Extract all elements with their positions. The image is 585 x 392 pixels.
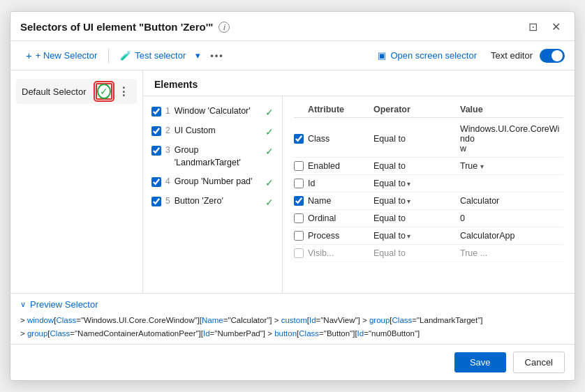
process-operator-dropdown[interactable]: ▾ [407,232,410,240]
preview-label: Preview Selector [30,299,98,310]
attr-process-checkbox[interactable] [294,231,304,241]
preview-line-1: > window[Class="Windows.UI.Core.CoreWind… [20,314,565,326]
list-item[interactable]: 4 Group 'Number pad' ✓ [143,172,282,192]
list-item[interactable]: 5 Button 'Zero' ✓ [143,192,282,211]
element-3-checkbox[interactable] [151,146,161,156]
attr-enabled-checkbox[interactable] [294,161,304,171]
default-selector-label: Default Selector [22,86,91,97]
default-selector-row[interactable]: Default Selector ✓ ⋮ [16,79,137,104]
preview-chevron-icon: ∨ [20,300,26,309]
attr-visibility-checkbox[interactable] [294,248,304,258]
test-selector-button[interactable]: 🧪 Test selector [114,47,191,63]
attr-row-name: Name Equal to ▾ Calculator [294,193,563,210]
attrs-col-operator: Operator [373,105,457,114]
monitor-icon: ▣ [378,50,386,61]
attributes-table: Attribute Operator Value Class Equal to … [283,96,575,293]
dropdown-arrow-button[interactable]: ▾ [194,47,202,63]
flask-icon: 🧪 [120,50,131,61]
enabled-value-dropdown[interactable]: ▾ [480,163,484,170]
elements-header: Elements [143,70,575,96]
open-screen-selector-button[interactable]: ▣ Open screen selector [372,47,482,63]
close-button[interactable]: ✕ [547,19,565,35]
attrs-col-attribute: Attribute [308,105,371,114]
attrs-header-row: Attribute Operator Value [294,102,563,118]
attr-row-id: Id Equal to ▾ [294,175,563,193]
title-bar-left: Selectors of UI element "Button 'Zero'" … [20,21,230,33]
attr-row-enabled: Enabled Equal to True ▾ [294,158,563,175]
more-options-button[interactable]: ••• [205,47,230,63]
new-selector-button[interactable]: + + New Selector [20,47,103,64]
attr-ordinal-checkbox[interactable] [294,213,304,223]
check-circle-icon: ✓ [97,84,111,99]
info-icon[interactable]: i [219,22,230,33]
selector-validity-indicator: ✓ [96,83,112,100]
element-5-checkbox[interactable] [151,197,161,206]
name-operator-dropdown[interactable]: ▾ [407,197,410,205]
selector-more-button[interactable]: ⋮ [117,85,131,98]
elements-and-attrs: 1 Window 'Calculator' ✓ 2 UI Custom ✓ 3 … [143,96,575,293]
preview-line-2: > group[Class="NamedContainerAutomationP… [20,327,565,340]
minimize-button[interactable]: ⊡ [524,19,542,35]
attr-name-checkbox[interactable] [294,196,304,206]
new-selector-label: + New Selector [36,50,98,61]
attrs-col-value: Value [460,105,563,114]
main-body: Default Selector ✓ ⋮ Elements 1 Window '… [10,70,575,293]
preview-code: > window[Class="Windows.UI.Core.CoreWind… [20,310,565,341]
list-item[interactable]: 3 Group 'LandmarkTarget' ✓ [143,141,282,172]
toolbar-separator [108,49,109,63]
attr-row-class: Class Equal to Windows.UI.Core.CoreWindo… [294,121,563,158]
attr-row-ordinal: Ordinal Equal to 0 [294,210,563,227]
elements-list: 1 Window 'Calculator' ✓ 2 UI Custom ✓ 3 … [143,96,283,293]
title-bar: Selectors of UI element "Button 'Zero'" … [10,12,575,41]
footer: Save Cancel [10,344,575,380]
test-selector-label: Test selector [135,50,186,61]
toolbar: + + New Selector 🧪 Test selector ▾ ••• ▣… [10,41,575,70]
attr-row-process: Process Equal to ▾ CalculatorApp [294,227,563,245]
attr-row-visibility: Visib... Equal to True ... [294,245,563,262]
list-item[interactable]: 1 Window 'Calculator' ✓ [143,102,282,121]
open-screen-selector-label: Open screen selector [390,50,477,61]
title-bar-right: ⊡ ✕ [524,19,565,35]
right-panel: Elements 1 Window 'Calculator' ✓ 2 UI Cu… [143,70,575,293]
save-button[interactable]: Save [454,352,506,372]
element-1-checkbox[interactable] [151,107,161,116]
preview-toggle[interactable]: ∨ Preview Selector [20,299,565,310]
dialog-title: Selectors of UI element "Button 'Zero'" [20,21,213,33]
cancel-button[interactable]: Cancel [513,352,565,373]
id-operator-dropdown[interactable]: ▾ [407,180,410,188]
left-panel: Default Selector ✓ ⋮ [10,70,143,293]
text-editor-label: Text editor [491,50,533,61]
element-2-checkbox[interactable] [151,126,161,136]
text-editor-toggle[interactable] [540,49,565,63]
preview-bar: ∨ Preview Selector > window[Class="Windo… [10,293,575,344]
list-item[interactable]: 2 UI Custom ✓ [143,121,282,141]
attr-class-checkbox[interactable] [294,134,304,144]
attrs-col-check [294,105,305,114]
attr-id-checkbox[interactable] [294,179,304,188]
selectors-dialog: Selectors of UI element "Button 'Zero'" … [10,11,575,381]
chevron-down-icon: ▾ [195,50,200,61]
element-4-checkbox[interactable] [151,177,161,187]
plus-icon: + [26,50,32,61]
